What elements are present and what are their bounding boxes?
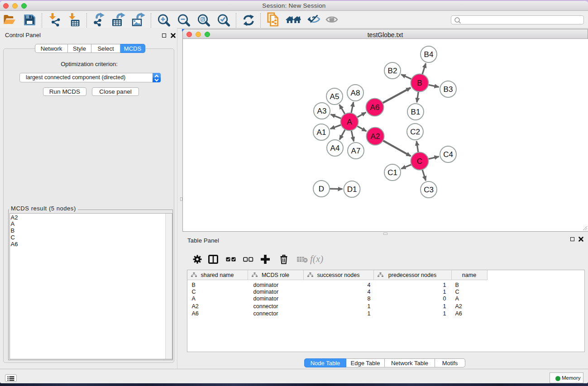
svg-text:C3: C3: [424, 186, 434, 194]
svg-text:B2: B2: [388, 67, 397, 75]
svg-text:A3: A3: [317, 107, 327, 115]
svg-text:C2: C2: [410, 128, 420, 136]
svg-text:A4: A4: [330, 144, 340, 152]
svg-text:B: B: [417, 79, 422, 87]
svg-text:A1: A1: [317, 128, 326, 137]
svg-text:A2: A2: [371, 132, 380, 141]
svg-text:A: A: [347, 118, 352, 126]
svg-text:A8: A8: [351, 89, 360, 97]
svg-text:D: D: [319, 185, 324, 193]
svg-text:D1: D1: [347, 185, 357, 194]
svg-text:A6: A6: [370, 103, 380, 112]
svg-text:B1: B1: [411, 108, 421, 116]
svg-text:C4: C4: [443, 150, 453, 159]
svg-text:C: C: [417, 157, 422, 166]
svg-text:B4: B4: [424, 50, 434, 59]
svg-text:A7: A7: [351, 147, 361, 155]
svg-text:A5: A5: [330, 92, 339, 101]
svg-text:C1: C1: [387, 168, 397, 177]
svg-text:B3: B3: [444, 85, 453, 94]
